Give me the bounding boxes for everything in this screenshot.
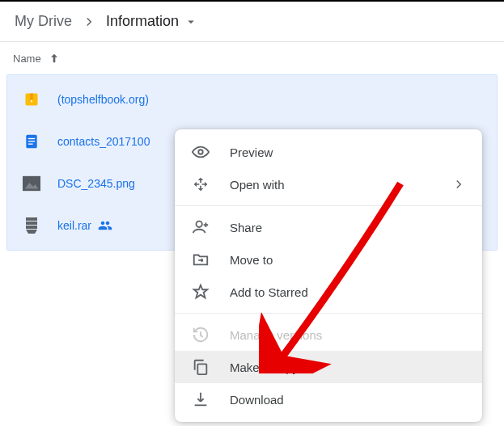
menu-item-add-starred[interactable]: Add to Starred: [175, 276, 482, 308]
menu-label: Preview: [230, 146, 466, 159]
svg-rect-7: [23, 176, 40, 191]
chevron-right-icon: [451, 177, 466, 192]
person-add-icon: [191, 217, 210, 237]
breadcrumb-current[interactable]: Information: [104, 10, 200, 33]
sort-asc-icon: [48, 52, 61, 65]
folder-move-icon: [191, 250, 210, 269]
breadcrumb-current-label: Information: [106, 13, 179, 30]
svg-rect-8: [26, 217, 37, 221]
menu-item-make-copy[interactable]: Make a copy: [175, 351, 482, 383]
doc-file-icon: [22, 132, 41, 151]
open-with-icon: [191, 175, 210, 194]
menu-item-manage-versions: Manage versions: [175, 318, 482, 351]
svg-rect-9: [26, 221, 37, 225]
file-name: (topshelfbook.org): [57, 93, 149, 106]
copy-icon: [191, 357, 210, 377]
caret-down-icon: [184, 15, 198, 29]
svg-point-12: [197, 221, 202, 227]
menu-label: Share: [230, 221, 466, 234]
menu-item-share[interactable]: Share: [175, 211, 482, 243]
chevron-right-icon: [82, 15, 96, 29]
svg-rect-2: [31, 100, 32, 103]
star-icon: [191, 282, 210, 302]
menu-label: Add to Starred: [230, 285, 466, 299]
eye-icon: [191, 142, 210, 162]
menu-item-download[interactable]: Download: [175, 383, 482, 415]
breadcrumb-root[interactable]: My Drive: [13, 10, 74, 33]
svg-point-11: [198, 150, 203, 154]
file-row[interactable]: (topshelfbook.org): [7, 78, 497, 120]
menu-label: Download: [230, 393, 466, 407]
image-file-icon: [22, 174, 41, 193]
download-icon: [191, 390, 210, 409]
file-name: keil.rar: [57, 219, 91, 232]
file-name: DSC_2345.png: [57, 177, 135, 190]
svg-rect-1: [30, 94, 32, 100]
menu-item-open-with[interactable]: Open with: [175, 168, 482, 200]
breadcrumb: My Drive Information: [0, 2, 504, 42]
menu-separator: [175, 313, 482, 314]
svg-rect-10: [26, 226, 37, 229]
menu-separator: [175, 205, 482, 206]
svg-rect-4: [28, 138, 35, 139]
svg-rect-5: [28, 141, 35, 141]
shared-icon: [98, 218, 112, 233]
menu-label: Move to: [230, 253, 466, 267]
menu-label: Open with: [230, 178, 451, 192]
svg-rect-6: [28, 144, 33, 145]
svg-rect-13: [197, 364, 206, 374]
rar-file-icon: [22, 216, 41, 235]
column-header[interactable]: Name: [0, 42, 504, 74]
file-name: contacts_2017100: [57, 135, 150, 148]
menu-item-move-to[interactable]: Move to: [175, 243, 482, 276]
context-menu: Preview Open with Share Move to Add to S…: [175, 129, 482, 422]
column-header-name: Name: [13, 53, 41, 65]
menu-label: Manage versions: [230, 328, 466, 342]
zip-file-icon: [22, 90, 41, 109]
history-icon: [191, 325, 210, 344]
menu-item-preview[interactable]: Preview: [175, 136, 482, 168]
menu-label: Make a copy: [230, 361, 466, 374]
